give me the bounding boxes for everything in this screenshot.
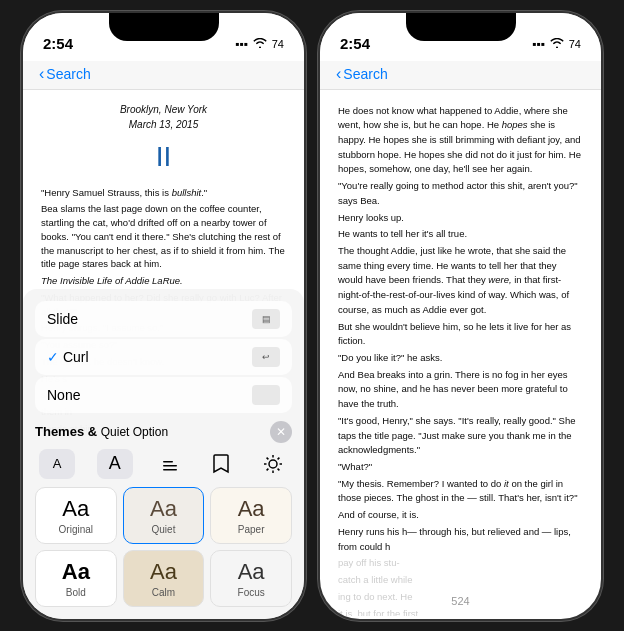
- right-back-label: Search: [343, 66, 387, 82]
- theme-aa-calm: Aa: [150, 559, 177, 585]
- theme-aa-original: Aa: [62, 496, 89, 522]
- book-page-right: He does not know what happened to Addie,…: [320, 90, 601, 616]
- chapter-number: II: [41, 136, 286, 178]
- book-paragraph: "You're really going to method actor thi…: [338, 179, 583, 208]
- none-icon: [252, 385, 280, 405]
- theme-original[interactable]: Aa Original: [35, 487, 117, 544]
- close-button[interactable]: ✕: [270, 421, 292, 443]
- svg-line-8: [267, 457, 269, 459]
- curl-label: Curl: [47, 349, 89, 365]
- bookmark-icon[interactable]: [206, 449, 236, 479]
- overlay-panel: Slide ▤ Curl ↩ None Themes & Quiet Optio…: [23, 289, 304, 619]
- theme-name-quiet: Quiet: [152, 524, 176, 535]
- book-paragraph: He wants to tell her it's all true.: [338, 227, 583, 242]
- book-paragraph: "Henry Samuel Strauss, this is bullshit.…: [41, 186, 286, 200]
- themes-header: Themes & Quiet Option ✕: [35, 421, 292, 443]
- font-style-icon[interactable]: [155, 449, 185, 479]
- book-paragraph: But she wouldn't believe him, so he lets…: [338, 320, 583, 349]
- slide-option-curl[interactable]: Curl ↩: [35, 339, 292, 375]
- slide-option-none[interactable]: None: [35, 377, 292, 413]
- right-back-button[interactable]: ‹ Search: [336, 65, 388, 83]
- book-paragraph: And of course, it is.: [338, 508, 583, 523]
- signal-icon: ▪▪▪: [235, 37, 248, 51]
- curl-icon: ↩: [252, 347, 280, 367]
- font-controls: A A: [35, 449, 292, 479]
- battery-icon: 74: [272, 38, 284, 50]
- right-status-icons: ▪▪▪ 74: [532, 37, 581, 51]
- left-phone: 2:54 ▪▪▪ 74 ‹ Search Brooklyn, New York: [21, 11, 306, 621]
- left-back-button[interactable]: ‹ Search: [39, 65, 91, 83]
- back-chevron-icon: ‹: [39, 65, 44, 83]
- font-small-button[interactable]: A: [39, 449, 75, 479]
- slide-option-slide[interactable]: Slide ▤: [35, 301, 292, 337]
- theme-name-bold: Bold: [66, 587, 86, 598]
- right-battery-icon: 74: [569, 38, 581, 50]
- slide-label: Slide: [47, 311, 78, 327]
- back-label: Search: [46, 66, 90, 82]
- right-notch: [406, 13, 516, 41]
- book-paragraph: catch a little while: [338, 573, 583, 588]
- slide-icon: ▤: [252, 309, 280, 329]
- svg-line-9: [278, 468, 280, 470]
- svg-rect-0: [163, 469, 177, 471]
- theme-quiet[interactable]: Aa Quiet: [123, 487, 205, 544]
- book-paragraph: "What?": [338, 460, 583, 475]
- left-notch: [109, 13, 219, 41]
- book-location: Brooklyn, New York March 13, 2015: [41, 102, 286, 132]
- svg-rect-1: [163, 465, 177, 467]
- theme-aa-paper: Aa: [238, 496, 265, 522]
- book-paragraph: "My thesis. Remember? I wanted to do it …: [338, 477, 583, 506]
- themes-grid: Aa Original Aa Quiet Aa Paper Aa Bold Aa: [35, 487, 292, 607]
- right-signal-icon: ▪▪▪: [532, 37, 545, 51]
- svg-line-11: [267, 468, 269, 470]
- book-paragraph: Bea slams the last page down on the coff…: [41, 202, 286, 271]
- right-wifi-icon: [550, 37, 564, 51]
- book-paragraph: Henry looks up.: [338, 211, 583, 226]
- theme-focus[interactable]: Aa Focus: [210, 550, 292, 607]
- theme-aa-quiet: Aa: [150, 496, 177, 522]
- left-time: 2:54: [43, 35, 73, 52]
- wifi-icon: [253, 37, 267, 51]
- book-paragraph: pay off his stu-: [338, 556, 583, 571]
- page-number: 524: [451, 595, 469, 607]
- svg-rect-2: [163, 461, 173, 463]
- book-paragraph: it is, but for the first: [338, 607, 583, 616]
- theme-aa-bold: Aa: [62, 559, 90, 585]
- book-paragraph: And Bea breaks into a grin. There is no …: [338, 368, 583, 412]
- theme-calm[interactable]: Aa Calm: [123, 550, 205, 607]
- slide-options: Slide ▤ Curl ↩ None: [35, 301, 292, 413]
- right-back-chevron-icon: ‹: [336, 65, 341, 83]
- themes-title: Themes & Quiet Option: [35, 424, 168, 439]
- font-large-button[interactable]: A: [97, 449, 133, 479]
- theme-name-calm: Calm: [152, 587, 175, 598]
- left-status-icons: ▪▪▪ 74: [235, 37, 284, 51]
- theme-name-paper: Paper: [238, 524, 265, 535]
- theme-name-focus: Focus: [238, 587, 265, 598]
- right-nav-bar[interactable]: ‹ Search: [320, 61, 601, 90]
- theme-name-original: Original: [59, 524, 93, 535]
- right-phone: 2:54 ▪▪▪ 74 ‹ Search He does not know wh…: [318, 11, 603, 621]
- book-paragraph: He does not know what happened to Addie,…: [338, 104, 583, 178]
- svg-line-10: [278, 457, 280, 459]
- book-paragraph: The Invisible Life of Addie LaRue.: [41, 274, 286, 288]
- svg-point-3: [269, 460, 277, 468]
- book-paragraph: "It's good, Henry," she says. "It's real…: [338, 414, 583, 458]
- brightness-icon[interactable]: [258, 449, 288, 479]
- none-label: None: [47, 387, 80, 403]
- book-paragraph: Henry runs his h— through his, but relie…: [338, 525, 583, 554]
- theme-paper[interactable]: Aa Paper: [210, 487, 292, 544]
- theme-aa-focus: Aa: [238, 559, 265, 585]
- right-time: 2:54: [340, 35, 370, 52]
- theme-bold[interactable]: Aa Bold: [35, 550, 117, 607]
- book-paragraph: The thought Addie, just like he wrote, t…: [338, 244, 583, 318]
- book-paragraph: "Do you like it?" he asks.: [338, 351, 583, 366]
- phones-container: 2:54 ▪▪▪ 74 ‹ Search Brooklyn, New York: [21, 11, 603, 621]
- left-nav-bar[interactable]: ‹ Search: [23, 61, 304, 90]
